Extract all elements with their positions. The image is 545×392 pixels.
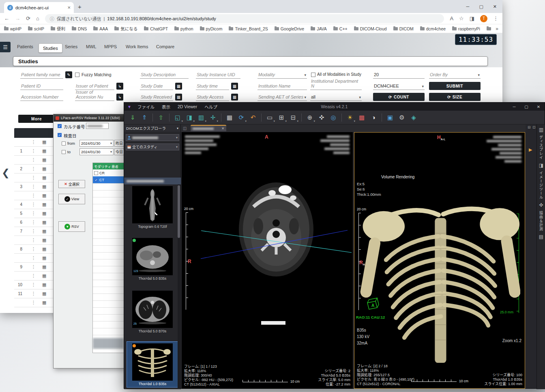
layout-grid-icon[interactable]: ▦ bbox=[224, 113, 235, 122]
import-image-icon[interactable]: ⇧ bbox=[156, 113, 166, 122]
tab-patients[interactable]: Patients bbox=[17, 44, 33, 49]
date-from-select[interactable]: 2024/01/30 bbox=[79, 140, 114, 147]
row-menu-icon[interactable]: ⋮ bbox=[31, 282, 36, 287]
select-all-button[interactable]: ✕ 全選択 bbox=[58, 180, 85, 188]
study-access-field[interactable]: Study Access bbox=[196, 93, 229, 101]
limit-field[interactable]: 20 bbox=[373, 71, 425, 79]
row-menu-icon[interactable]: ⋮ bbox=[31, 211, 36, 216]
submit-button[interactable]: SUBMIT bbox=[429, 82, 481, 90]
institution-name-field[interactable]: Institution Name bbox=[257, 82, 307, 90]
viewer-list-icon[interactable]: ◫ bbox=[183, 126, 187, 131]
tab-close-icon[interactable]: × bbox=[67, 4, 71, 11]
bookmark-item[interactable]: dcm4chee bbox=[420, 26, 446, 31]
translate-icon[interactable]: A bbox=[450, 15, 453, 21]
maximize-icon[interactable]: ▢ bbox=[479, 4, 483, 9]
menu-help[interactable]: ヘルプ bbox=[201, 104, 221, 110]
bookmark-item[interactable]: DICOM-Cloud bbox=[354, 26, 387, 31]
accession-number-field[interactable]: Accession Number bbox=[20, 93, 63, 101]
row-menu-icon[interactable]: ⋮ bbox=[31, 273, 36, 278]
mpr-3d-icon[interactable]: ◈ bbox=[408, 113, 419, 122]
bookmark-star-icon[interactable]: ☆ bbox=[459, 15, 464, 21]
bookmark-item[interactable]: pyDicom bbox=[200, 26, 223, 31]
row-grid-icon[interactable]: ▦ bbox=[42, 148, 46, 154]
security-warning-icon[interactable]: ⓘ bbox=[50, 15, 54, 22]
study-access-calendar-icon[interactable]: ▦ bbox=[231, 94, 238, 101]
all-modalities-checkbox[interactable] bbox=[311, 73, 315, 77]
tab-work-items[interactable]: Work Items bbox=[126, 44, 148, 49]
selection-row-icon[interactable]: ⊟▾ bbox=[288, 113, 298, 122]
study-date-field[interactable]: Study Date bbox=[140, 82, 173, 90]
row-menu-icon[interactable]: ⋮ bbox=[31, 300, 36, 305]
bookmark-item[interactable]: ETC bbox=[487, 26, 493, 31]
exam-date-checkbox[interactable]: ✓ bbox=[58, 133, 62, 137]
pan-icon[interactable]: ✜ bbox=[316, 113, 327, 122]
tab-series[interactable]: Series bbox=[65, 44, 77, 49]
tab-close-icon[interactable]: ✕ bbox=[221, 126, 225, 131]
screen-layout-icon[interactable]: ▥▾ bbox=[196, 113, 206, 122]
bookmark-item[interactable]: 気になる bbox=[114, 26, 137, 32]
bookmark-item[interactable]: python bbox=[174, 26, 193, 31]
row-grid-icon[interactable]: ▦ bbox=[42, 300, 46, 305]
size-button[interactable]: ⟳SIZE bbox=[429, 93, 481, 101]
row-grid-icon[interactable]: ▦ bbox=[42, 229, 46, 234]
from-checkbox[interactable] bbox=[62, 141, 66, 146]
series-layout-icon[interactable]: ◨▾ bbox=[184, 113, 195, 122]
row-grid-icon[interactable]: ▦ bbox=[42, 238, 46, 243]
row-menu-icon[interactable]: ⋮ bbox=[31, 264, 36, 270]
to-checkbox[interactable] bbox=[62, 150, 66, 154]
window-level-icon[interactable]: ☀▾ bbox=[345, 113, 355, 122]
order-by-select[interactable]: Order By bbox=[429, 71, 481, 79]
minimize-icon[interactable]: ─ bbox=[466, 4, 470, 9]
row-grid-icon[interactable]: ▦ bbox=[42, 139, 46, 145]
row-grid-icon[interactable]: ▦ bbox=[42, 211, 46, 216]
patient-family-name-field[interactable]: Patient family name bbox=[20, 71, 63, 79]
row-menu-icon[interactable]: ⋮ bbox=[31, 255, 36, 261]
target-icon[interactable]: ◎ bbox=[328, 113, 339, 122]
study-received-calendar-icon[interactable]: ▦ bbox=[175, 94, 182, 101]
patient-select[interactable] bbox=[126, 134, 179, 141]
row-menu-icon[interactable]: ⋮ bbox=[31, 220, 36, 225]
menu-view[interactable]: 表示 bbox=[158, 104, 174, 110]
study-filter-select[interactable]: 全てのスタディ bbox=[126, 144, 179, 150]
menu-hamburger-icon[interactable]: ☰ bbox=[0, 42, 11, 52]
row-grid-icon[interactable]: ▦ bbox=[42, 282, 46, 287]
side-panel-icon[interactable]: ◨ bbox=[470, 15, 474, 21]
study-description-field[interactable]: Study Description bbox=[140, 71, 189, 79]
row-checkbox[interactable]: ✓ bbox=[94, 178, 98, 182]
bookmark-item[interactable]: wpHP bbox=[4, 26, 21, 31]
bookmark-item[interactable]: C++ bbox=[333, 26, 348, 31]
row-grid-icon[interactable]: ▦ bbox=[42, 166, 46, 171]
row-grid-icon[interactable]: ▦ bbox=[42, 220, 46, 225]
row-menu-icon[interactable]: ⋮ bbox=[31, 202, 36, 207]
lut-icon[interactable]: ▩ bbox=[356, 113, 367, 122]
lpacs-title-bar[interactable]: LPacs-arcRSV Release 3.11.22 (32bit) bbox=[54, 114, 124, 122]
row-menu-icon[interactable]: ⋮ bbox=[31, 193, 36, 198]
institutional-department-field[interactable]: Institutional Department N bbox=[310, 82, 362, 90]
profile-avatar[interactable]: T bbox=[480, 15, 487, 22]
series-thumbnail-lung[interactable]: 25 ThorAbd 5.0 B70s bbox=[127, 291, 178, 333]
view-button[interactable]: ✓ View bbox=[58, 194, 85, 204]
row-menu-icon[interactable]: ⋮ bbox=[31, 184, 36, 189]
lpacs-row-ct[interactable]: ✓ CT bbox=[93, 176, 124, 183]
study-time-calendar-icon[interactable]: ▦ bbox=[231, 83, 238, 90]
selection-grid-icon[interactable]: ⊞▾ bbox=[276, 113, 287, 122]
more-button[interactable]: More bbox=[18, 115, 55, 123]
row-grid-icon[interactable]: ▦ bbox=[42, 291, 46, 296]
reload-icon[interactable]: ⟳ bbox=[26, 15, 30, 21]
tab-studies[interactable]: Studies bbox=[39, 43, 62, 53]
row-menu-icon[interactable]: ⋮ bbox=[31, 139, 36, 145]
row-menu-icon[interactable]: ⋮ bbox=[31, 246, 36, 252]
viewer-tab[interactable]: ✕ bbox=[191, 125, 226, 131]
weasis-minimize-icon[interactable]: ─ bbox=[508, 105, 520, 109]
volume-rendering-viewport[interactable]: HA-L Volume Rendering Ex:5 Se:6 Thick:1.… bbox=[354, 132, 525, 389]
row-grid-icon[interactable]: ▦ bbox=[42, 273, 46, 278]
float-panel-icon[interactable]: ⊡ bbox=[532, 125, 536, 129]
menu-file[interactable]: ファイル bbox=[134, 104, 158, 110]
explorer-scrollbar[interactable] bbox=[178, 184, 180, 388]
study-date-calendar-icon[interactable]: ▦ bbox=[175, 83, 182, 90]
bookmark-item[interactable]: raspberryPi bbox=[452, 26, 480, 31]
synchronize-icon[interactable]: ⟳▾ bbox=[236, 113, 247, 122]
image-tools-icon[interactable]: ◨ bbox=[539, 163, 543, 168]
count-button[interactable]: ⟳COUNT bbox=[373, 93, 425, 101]
lpacs-row-cr[interactable]: CR bbox=[93, 169, 124, 176]
